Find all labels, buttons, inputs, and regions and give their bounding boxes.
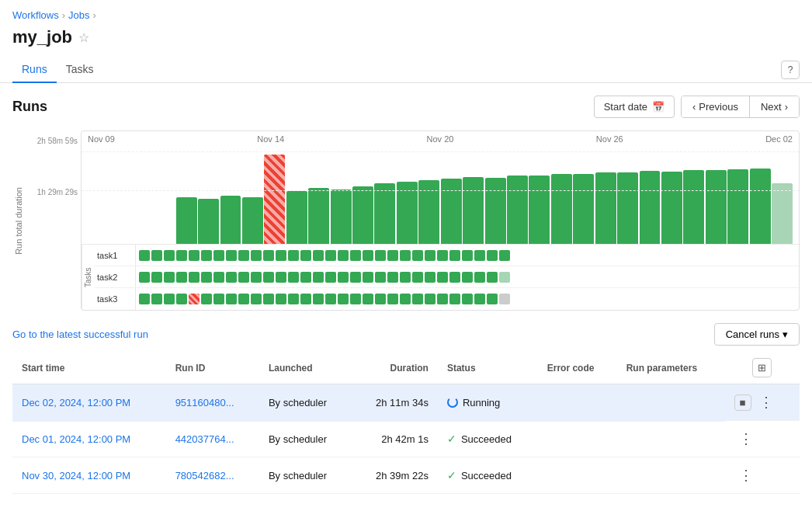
t2-dot bbox=[300, 272, 311, 283]
runs-table: Start time Run ID Launched Duration Stat… bbox=[12, 352, 800, 494]
t1-dot bbox=[363, 250, 373, 261]
bar-14 bbox=[485, 178, 506, 244]
more-options-button-2[interactable]: ⋮ bbox=[734, 429, 758, 449]
x-label-dec02: Dec 02 bbox=[765, 134, 793, 144]
t3-dot bbox=[226, 294, 237, 304]
t1-dot bbox=[263, 250, 274, 261]
t3-dot bbox=[363, 294, 373, 304]
t2-dot bbox=[487, 272, 498, 283]
breadcrumb-jobs[interactable]: Jobs bbox=[68, 9, 89, 21]
bar-23 bbox=[683, 170, 704, 244]
t1-dot bbox=[462, 250, 473, 261]
t2-dot bbox=[201, 272, 212, 283]
bar-15 bbox=[507, 176, 528, 244]
t3-dot bbox=[176, 294, 187, 304]
table-row: Dec 02, 2024, 12:00 PM 951160480... By s… bbox=[12, 384, 800, 422]
bar-25 bbox=[727, 169, 748, 244]
chevron-right-icon: › bbox=[785, 101, 788, 113]
tab-runs[interactable]: Runs bbox=[12, 57, 57, 83]
col-error-code[interactable]: Error code bbox=[538, 352, 617, 384]
previous-button[interactable]: ‹ Previous bbox=[682, 96, 750, 117]
tab-tasks[interactable]: Tasks bbox=[57, 57, 103, 83]
x-label-nov20: Nov 20 bbox=[427, 134, 454, 144]
t1-dot bbox=[226, 250, 237, 261]
t3-dot bbox=[462, 294, 473, 304]
t1-dot bbox=[437, 250, 448, 261]
col-run-id[interactable]: Run ID bbox=[166, 352, 259, 384]
guide-line-top bbox=[82, 151, 799, 152]
t3-dot bbox=[313, 294, 324, 304]
t3-dot bbox=[487, 294, 498, 304]
row2-error-code bbox=[538, 421, 617, 457]
more-options-button-3[interactable]: ⋮ bbox=[734, 465, 758, 485]
col-launched[interactable]: Launched bbox=[259, 352, 352, 384]
row3-status-badge: ✓ Succeeded bbox=[447, 469, 529, 481]
table-head: Start time Run ID Launched Duration Stat… bbox=[12, 352, 800, 384]
t3-dot bbox=[300, 294, 311, 304]
col-start-time[interactable]: Start time bbox=[12, 352, 166, 384]
row1-error-code bbox=[538, 384, 617, 422]
bar-failed bbox=[264, 155, 285, 244]
go-to-latest-link[interactable]: Go to the latest successful run bbox=[12, 328, 148, 340]
bar-26 bbox=[750, 169, 771, 244]
t3-dot bbox=[338, 294, 349, 304]
t3-dot bbox=[350, 294, 361, 304]
row3-start-time-link[interactable]: Nov 30, 2024, 12:00 PM bbox=[22, 470, 130, 481]
t1-dot bbox=[313, 250, 324, 261]
start-date-button[interactable]: Start date 📅 bbox=[594, 96, 675, 118]
row3-run-id-link[interactable]: 780542682... bbox=[175, 470, 234, 481]
col-run-params[interactable]: Run parameters bbox=[617, 352, 725, 384]
row2-status-badge: ✓ Succeeded bbox=[447, 433, 529, 445]
tasks-content: task1 task2 bbox=[94, 245, 799, 310]
chevron-left-icon: ‹ bbox=[692, 101, 696, 113]
t3-dot bbox=[437, 294, 448, 304]
t1-dot bbox=[300, 250, 311, 261]
row2-start-time-link[interactable]: Dec 01, 2024, 12:00 PM bbox=[22, 433, 130, 445]
t2-dot bbox=[151, 272, 162, 283]
t2-dot-running bbox=[499, 272, 510, 283]
y-label-mid: 1h 29m 29s bbox=[37, 188, 78, 196]
t3-dot bbox=[139, 294, 150, 304]
table-body: Dec 02, 2024, 12:00 PM 951160480... By s… bbox=[12, 384, 800, 494]
task1-label: task1 bbox=[94, 245, 136, 266]
row2-run-id-link[interactable]: 442037764... bbox=[175, 433, 234, 445]
row1-run-id-link[interactable]: 951160480... bbox=[175, 397, 234, 408]
y-label-top: 2h 58m 59s bbox=[37, 137, 78, 145]
y-axis-values: 2h 58m 59s 1h 29m 29s 0 bbox=[28, 130, 81, 247]
bar-6 bbox=[308, 188, 329, 244]
col-duration[interactable]: Duration bbox=[352, 352, 438, 384]
spinner-icon bbox=[447, 397, 458, 408]
t3-dot-gray bbox=[499, 294, 510, 304]
col-toggle-button[interactable]: ⊞ bbox=[752, 358, 772, 377]
t3-dot bbox=[213, 294, 224, 304]
row1-status-label: Running bbox=[463, 397, 500, 408]
t1-dot bbox=[449, 250, 460, 261]
t1-dot bbox=[487, 250, 498, 261]
bar-13 bbox=[463, 177, 484, 244]
more-options-button[interactable]: ⋮ bbox=[755, 392, 778, 412]
help-icon[interactable]: ? bbox=[781, 61, 800, 79]
runs-section-title: Runs bbox=[12, 99, 47, 115]
cancel-runs-button[interactable]: Cancel runs ▾ bbox=[714, 323, 800, 346]
table-row: Nov 30, 2024, 12:00 PM 780542682... By s… bbox=[12, 457, 800, 494]
row1-start-time-link[interactable]: Dec 02, 2024, 12:00 PM bbox=[22, 397, 130, 408]
t2-dot bbox=[238, 272, 249, 283]
row2-start-time: Dec 01, 2024, 12:00 PM bbox=[12, 421, 166, 457]
col-status[interactable]: Status bbox=[438, 352, 538, 384]
t2-dot bbox=[251, 272, 262, 283]
star-icon[interactable]: ☆ bbox=[78, 30, 89, 45]
col-toggle[interactable]: ⊞ bbox=[725, 352, 800, 384]
row2-status: ✓ Succeeded bbox=[438, 421, 538, 457]
bars-group bbox=[88, 155, 793, 244]
bar-10 bbox=[397, 182, 418, 244]
t2-dot bbox=[375, 272, 386, 283]
t2-dot bbox=[139, 272, 150, 283]
stop-button[interactable]: ■ bbox=[734, 395, 751, 411]
row2-actions: ⋮ bbox=[725, 421, 800, 457]
table-row: Dec 01, 2024, 12:00 PM 442037764... By s… bbox=[12, 421, 800, 457]
t2-dot bbox=[425, 272, 435, 283]
next-button[interactable]: Next › bbox=[750, 96, 799, 117]
t1-dot bbox=[425, 250, 435, 261]
breadcrumb-workflows[interactable]: Workflows bbox=[12, 9, 59, 21]
tasks-section: Tasks task1 task2 bbox=[82, 245, 799, 310]
